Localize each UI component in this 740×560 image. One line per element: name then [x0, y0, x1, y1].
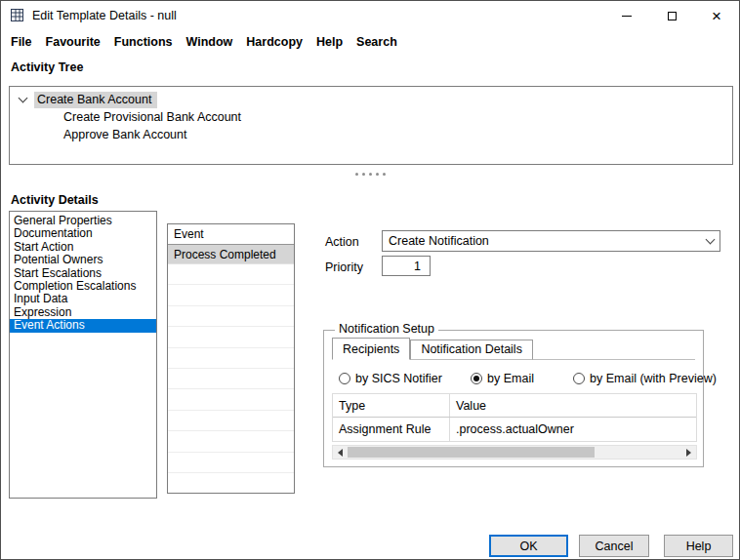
edit-template-details-window: Edit Template Details - null × File Favo…: [0, 0, 740, 560]
scroll-left-icon: [338, 449, 343, 457]
activity-details-list: General Properties Documentation Start A…: [9, 211, 157, 499]
close-button[interactable]: ×: [694, 1, 739, 30]
column-header-value: Value: [450, 394, 696, 417]
radio-unchecked-icon: [573, 373, 585, 384]
event-empty-row: [168, 411, 294, 431]
chevron-down-icon[interactable]: [19, 93, 28, 102]
window-title: Edit Template Details - null: [32, 9, 177, 22]
action-dropdown-value: Create Notification: [389, 234, 489, 248]
tree-node-label: Create Bank Account: [34, 92, 157, 108]
recipient-type-radios: by SICS Notifier by Email by Email (with…: [339, 372, 697, 385]
scroll-left-button[interactable]: [333, 446, 348, 459]
action-dropdown[interactable]: Create Notification: [382, 230, 720, 252]
cell-type: Assignment Rule: [333, 418, 450, 441]
list-item-documentation[interactable]: Documentation: [10, 227, 156, 240]
event-empty-row: [168, 453, 294, 473]
event-empty-row: [168, 431, 294, 452]
menu-favourite[interactable]: Favourite: [46, 35, 101, 49]
list-item-start-escalations[interactable]: Start Escalations: [10, 267, 156, 280]
event-empty-row: [168, 285, 294, 305]
window-controls: ×: [604, 1, 739, 30]
scrollbar-track[interactable]: [348, 446, 681, 459]
radio-label: by SICS Notifier: [355, 372, 442, 385]
tab-strip: Recipients Notification Details: [332, 340, 695, 360]
event-empty-row: [168, 264, 294, 285]
event-row-process-completed[interactable]: Process Completed: [168, 245, 294, 264]
priority-input[interactable]: [382, 256, 431, 276]
recipients-table-header-row: Type Value: [333, 394, 696, 418]
radio-by-sics-notifier[interactable]: by SICS Notifier: [339, 372, 442, 385]
minimize-icon: [622, 16, 632, 17]
cell-value: .process.actualOwner: [450, 418, 696, 441]
recipients-table: Type Value Assignment Rule .process.actu…: [332, 393, 697, 442]
scrollbar-thumb[interactable]: [348, 447, 595, 458]
radio-label: by Email (with Preview): [590, 372, 717, 385]
ok-button[interactable]: OK: [489, 535, 568, 557]
menubar: File Favourite Functions Window Hardcopy…: [1, 30, 739, 54]
horizontal-scrollbar[interactable]: [332, 445, 697, 460]
event-column-header: Event: [168, 224, 294, 245]
maximize-icon: [668, 12, 677, 20]
tree-node-create-bank-account[interactable]: Create Bank Account: [10, 91, 732, 108]
tab-recipients[interactable]: Recipients: [332, 338, 410, 360]
list-item-general-properties[interactable]: General Properties: [10, 215, 156, 227]
list-item-potential-owners[interactable]: Potential Owners: [10, 254, 156, 266]
event-empty-row: [168, 389, 294, 410]
table-row-assignment-rule[interactable]: Assignment Rule .process.actualOwner: [333, 418, 696, 441]
action-label: Action: [325, 235, 359, 249]
radio-unchecked-icon: [339, 373, 350, 384]
app-icon: [10, 8, 25, 23]
radio-checked-icon: [471, 373, 482, 384]
activity-tree-panel: Create Bank Account Create Provisional B…: [9, 86, 733, 165]
menu-search[interactable]: Search: [356, 35, 397, 49]
minimize-button[interactable]: [604, 1, 649, 30]
radio-by-email-with-preview[interactable]: by Email (with Preview): [573, 372, 717, 385]
list-item-start-action[interactable]: Start Action: [10, 241, 156, 254]
scroll-right-button[interactable]: [681, 446, 696, 459]
help-button[interactable]: Help: [664, 535, 733, 557]
menu-hardcopy[interactable]: Hardcopy: [246, 35, 303, 49]
event-empty-row: [168, 306, 294, 327]
event-list: Event Process Completed: [167, 223, 295, 494]
menu-window[interactable]: Window: [186, 35, 233, 49]
list-item-expression[interactable]: Expression: [10, 306, 156, 319]
splitter-handle[interactable]: [1, 170, 739, 179]
event-empty-row: [168, 473, 294, 494]
radio-label: by Email: [487, 372, 534, 385]
menu-functions[interactable]: Functions: [114, 35, 173, 49]
scroll-right-icon: [686, 449, 691, 457]
list-item-event-actions[interactable]: Event Actions: [10, 319, 156, 332]
notification-setup-group: Notification Setup Recipients Notificati…: [323, 330, 704, 467]
event-empty-row: [168, 348, 294, 369]
close-icon: ×: [712, 8, 721, 24]
menu-help[interactable]: Help: [316, 35, 343, 49]
maximize-button[interactable]: [649, 1, 694, 30]
activity-tree-label: Activity Tree: [11, 60, 83, 74]
list-item-input-data[interactable]: Input Data: [10, 293, 156, 305]
notification-setup-title: Notification Setup: [335, 322, 438, 336]
event-empty-row: [168, 327, 294, 347]
titlebar: Edit Template Details - null ×: [1, 1, 739, 30]
tree-node-approve-bank-account[interactable]: Approve Bank Account: [63, 126, 732, 143]
priority-label: Priority: [325, 260, 363, 274]
radio-by-email[interactable]: by Email: [471, 372, 534, 385]
event-empty-row: [168, 369, 294, 389]
cancel-button[interactable]: Cancel: [579, 535, 649, 557]
list-item-completion-escalations[interactable]: Completion Escalations: [10, 280, 156, 293]
activity-details-label: Activity Details: [11, 193, 99, 207]
column-header-type: Type: [333, 394, 450, 417]
tree-node-create-provisional-bank-account[interactable]: Create Provisional Bank Account: [63, 108, 732, 126]
tab-notification-details[interactable]: Notification Details: [410, 340, 533, 360]
dropdown-arrow-icon: [706, 234, 716, 244]
menu-file[interactable]: File: [11, 35, 32, 49]
